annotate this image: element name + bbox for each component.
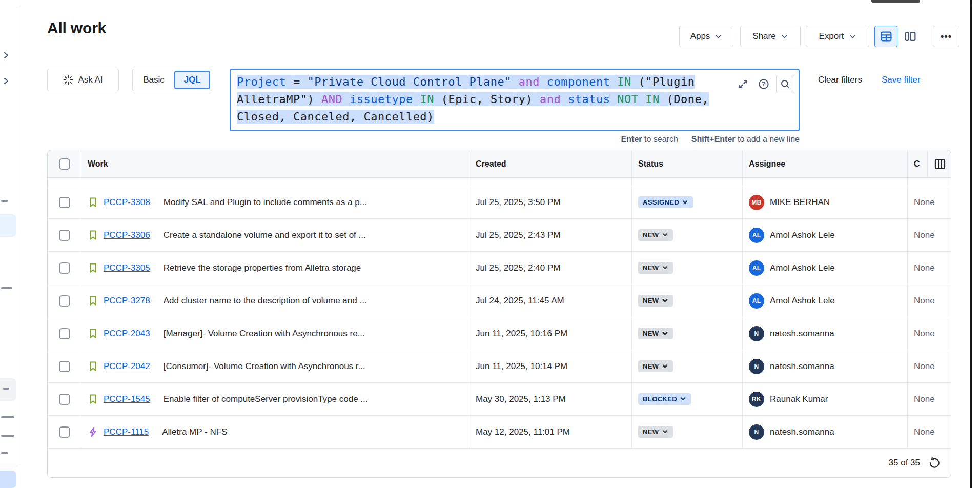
issue-key-link[interactable]: PCCP-3278: [104, 296, 150, 306]
sidebar-item[interactable]: [1, 452, 8, 454]
sidebar-item[interactable]: [1, 200, 8, 202]
shift-enter-key-hint: Shift+Enter: [691, 135, 736, 144]
story-icon: [88, 262, 98, 273]
detail-view-button[interactable]: [899, 26, 922, 47]
sidebar-item[interactable]: [1, 416, 14, 418]
row-checkbox[interactable]: [59, 262, 70, 274]
jql-mode-button[interactable]: JQL: [174, 71, 210, 89]
expand-editor-button[interactable]: [735, 76, 751, 92]
issue-summary: Alletra MP - NFS: [162, 427, 227, 437]
sidebar-item-label: [3, 388, 9, 390]
basic-mode-button[interactable]: Basic: [134, 75, 173, 85]
assignee-name: Amol Ashok Lele: [770, 263, 835, 273]
created-date: Jul 25, 2025, 2:40 PM: [476, 263, 560, 273]
story-icon: [88, 230, 98, 240]
row-checkbox[interactable]: [59, 328, 70, 339]
row-checkbox[interactable]: [59, 197, 70, 208]
status-badge[interactable]: NEW: [638, 295, 673, 307]
status-badge[interactable]: NEW: [638, 229, 673, 241]
sidebar-item-selected[interactable]: [0, 214, 16, 237]
table-view-button[interactable]: [874, 26, 897, 47]
table-footer: 35 of 35: [48, 449, 951, 477]
sidebar-divider: [0, 464, 19, 464]
issue-key-link[interactable]: PCCP-1115: [104, 427, 149, 437]
table-row[interactable]: PCCP-3278 Add cluster name to the descri…: [48, 284, 951, 317]
apps-button[interactable]: Apps: [679, 26, 733, 47]
epic-icon: [88, 426, 98, 437]
ask-ai-label: Ask AI: [78, 75, 103, 85]
window-edge: [970, 0, 972, 488]
issue-summary: Create a standalone volume and export it…: [164, 230, 366, 240]
status-badge[interactable]: NEW: [638, 426, 673, 438]
jql-editor[interactable]: Project = "Private Cloud Control Plane" …: [230, 69, 800, 131]
export-button[interactable]: Export: [806, 26, 869, 47]
table-row[interactable]: PCCP-2043 [Manager]- Volume Creation wit…: [48, 317, 951, 350]
chevron-right-icon[interactable]: [2, 51, 10, 59]
table-row[interactable]: PCCP-3305 Retrieve the storage propertie…: [48, 252, 951, 284]
enter-key-hint: Enter: [621, 135, 642, 144]
issue-key-link[interactable]: PCCP-3308: [104, 197, 150, 208]
created-date: Jun 11, 2025, 10:14 PM: [476, 361, 567, 372]
row-checkbox[interactable]: [59, 295, 70, 307]
assignee-avatar: AL: [749, 228, 764, 243]
row-checkbox[interactable]: [59, 230, 70, 241]
ask-ai-button[interactable]: Ask AI: [47, 69, 119, 91]
status-badge[interactable]: NEW: [638, 262, 673, 274]
issue-summary: Modify SAL and Plugin to include comment…: [164, 197, 367, 208]
assignee-avatar: N: [749, 424, 764, 440]
assignee-avatar: RK: [749, 392, 764, 407]
row-checkbox[interactable]: [59, 394, 70, 405]
row-count: 35 of 35: [889, 458, 920, 468]
save-filter-button[interactable]: Save filter: [882, 75, 921, 85]
share-button[interactable]: Share: [740, 26, 801, 47]
assignee-avatar: AL: [749, 260, 764, 276]
column-header-extra[interactable]: C: [908, 150, 927, 177]
column-header-status[interactable]: Status: [632, 150, 743, 177]
chevron-down-icon: [662, 232, 668, 238]
sidebar-item-hover[interactable]: [0, 378, 16, 401]
table-row[interactable]: PCCP-2042 [Consumer]- Volume Creation wi…: [48, 350, 951, 383]
select-all-checkbox[interactable]: [59, 158, 70, 170]
jql-input[interactable]: Project = "Private Cloud Control Plane" …: [237, 73, 732, 126]
table-row[interactable]: PCCP-1545 Enable filter of computeServer…: [48, 383, 951, 416]
clear-filters-button[interactable]: Clear filters: [818, 75, 862, 85]
table-row[interactable]: PCCP-3308 Modify SAL and Plugin to inclu…: [48, 186, 951, 219]
status-badge[interactable]: ASSIGNED: [638, 196, 693, 208]
status-badge[interactable]: NEW: [638, 328, 673, 339]
configure-columns-button[interactable]: [932, 156, 948, 172]
sidebar-item[interactable]: [1, 287, 12, 289]
issue-key-link[interactable]: PCCP-3305: [104, 263, 150, 273]
table-row[interactable]: PCCP-1115 Alletra MP - NFS May 12, 2025,…: [48, 416, 951, 449]
issue-summary: Enable filter of computeServer provision…: [164, 394, 368, 404]
chevron-down-icon: [714, 33, 722, 40]
refresh-icon[interactable]: [928, 457, 941, 469]
filter-links: Clear filters Save filter: [818, 69, 921, 91]
extra-column-value: None: [914, 427, 935, 437]
more-button[interactable]: •••: [933, 26, 959, 47]
expand-icon: [738, 79, 748, 89]
run-search-button[interactable]: [776, 75, 794, 93]
row-checkbox[interactable]: [59, 426, 70, 438]
jql-help-button[interactable]: ?: [756, 76, 772, 92]
chevron-down-icon: [662, 429, 668, 435]
column-header-created[interactable]: Created: [469, 150, 632, 177]
assignee-avatar: MB: [749, 195, 764, 210]
issue-key-link[interactable]: PCCP-2042: [104, 361, 150, 372]
chevron-right-icon[interactable]: [2, 77, 10, 85]
story-icon: [88, 328, 98, 339]
table-row[interactable]: PCCP-3306 Create a standalone volume and…: [48, 219, 951, 252]
issue-key-link[interactable]: PCCP-2043: [104, 329, 150, 339]
extra-column-value: None: [914, 230, 935, 240]
created-date: Jul 25, 2025, 2:43 PM: [476, 230, 560, 240]
issue-key-link[interactable]: PCCP-3306: [104, 230, 150, 240]
export-button-label: Export: [819, 31, 844, 42]
row-checkbox[interactable]: [59, 361, 70, 372]
sidebar-item[interactable]: [0, 471, 16, 488]
column-header-work[interactable]: Work: [81, 150, 469, 177]
created-date: May 30, 2025, 1:13 PM: [476, 394, 566, 404]
status-badge[interactable]: NEW: [638, 360, 673, 372]
sidebar-item[interactable]: [1, 435, 14, 437]
issue-key-link[interactable]: PCCP-1545: [104, 394, 150, 404]
status-badge[interactable]: BLOCKED: [638, 393, 691, 405]
column-header-assignee[interactable]: Assignee: [743, 150, 908, 177]
